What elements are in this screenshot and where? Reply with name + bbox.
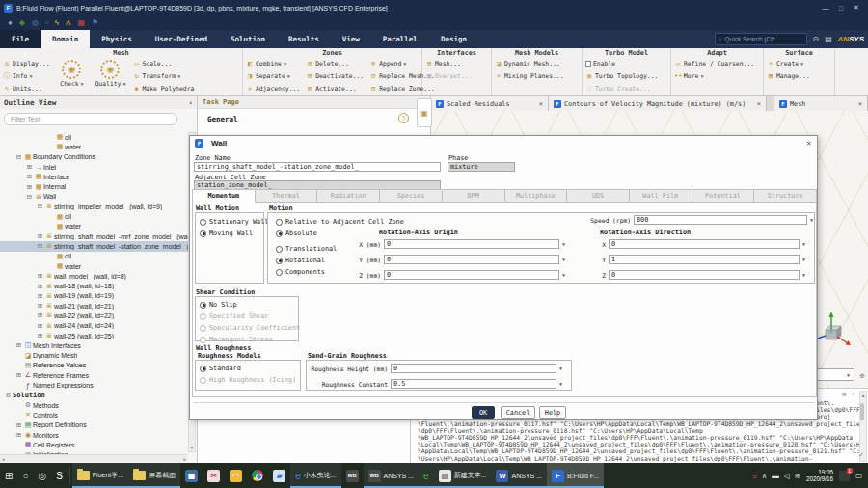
expand-icon[interactable]: ⊞ <box>36 232 44 240</box>
tree-item-report-definitions[interactable]: ⊞▤Report Definitions <box>0 420 189 430</box>
dialog-tab-potential[interactable]: Potential <box>692 189 755 203</box>
menu-tab-solution[interactable]: Solution <box>219 30 277 48</box>
close-tab-icon[interactable]: ✕ <box>751 100 761 108</box>
ribbon-item-transform[interactable]: ↻Transform▼ <box>132 70 194 82</box>
tree-item-water[interactable]: ▦water <box>0 261 189 271</box>
origin-input-y-mm[interactable]: 0 <box>384 255 559 264</box>
sand-grain-input-roughness-constant[interactable]: 0.5 <box>391 379 556 389</box>
taskbar-app-pink[interactable]: ✂ <box>203 463 225 488</box>
graphics-tab-scaled-residuals[interactable]: FScaled Residuals✕ <box>431 96 549 111</box>
menu-tab-physics[interactable]: Physics <box>90 30 144 48</box>
collapse-icon[interactable]: ⊟ <box>14 153 23 161</box>
spinner-icon[interactable]: ▼ <box>562 241 565 247</box>
view-extra-icon[interactable]: ⊕ <box>859 372 865 380</box>
ribbon-item-check[interactable]: ◉Check▼ <box>55 58 88 89</box>
tree-item-boundary-conditions[interactable]: ⊟▦Boundary Conditions <box>0 152 189 162</box>
grid-icon[interactable]: ▦ <box>77 19 85 27</box>
console-scrollbar[interactable]: ▲ ✓ <box>859 391 867 462</box>
tree-item-wall[interactable]: ⊟≣Wall <box>0 192 189 202</box>
ribbon-item-enable[interactable]: Enable <box>585 58 658 69</box>
filter-text-input[interactable]: Filter Text <box>4 113 177 125</box>
taskbar-app-orange[interactable]: ◠ <box>225 463 247 488</box>
taskbar-clock[interactable]: 19:052020/9/16 <box>806 469 833 482</box>
tree-item-dynamic-mesh[interactable]: ◪Dynamic Mesh <box>0 351 189 361</box>
tree-item-interface[interactable]: ⊞▦Interface <box>0 172 189 181</box>
tray-battery-icon[interactable]: ▬ <box>772 472 779 480</box>
menu-tab-file[interactable]: File <box>0 30 41 48</box>
collapse-icon[interactable]: ⊟ <box>36 203 44 210</box>
tree-item-named-expressions[interactable]: ƒNamed Expressions <box>0 380 189 390</box>
expand-icon[interactable]: ⊞ <box>36 312 44 319</box>
expand-icon[interactable]: ⊞ <box>25 173 34 180</box>
taskbar-wb[interactable]: WB <box>341 463 364 488</box>
expand-icon[interactable]: ⊞ <box>25 163 34 171</box>
outline-horizontal-scrollbar[interactable]: ◂▸ <box>0 454 188 462</box>
taskbar-search-button[interactable]: ○ <box>17 463 33 488</box>
collapse-icon[interactable]: ⊟ <box>36 242 44 250</box>
ribbon-item-mesh[interactable]: ⊞Mesh... <box>425 58 472 69</box>
tree-item-wall-25-wall-id-25[interactable]: ⊞≣wall-25 (wall, id=25) <box>0 331 189 340</box>
tree-item-water[interactable]: ▦water <box>0 142 189 151</box>
taskbar-notepad[interactable]: ▤新建文本... <box>434 463 492 488</box>
expand-icon[interactable]: ⊞ <box>14 341 23 349</box>
cancel-button[interactable]: Cancel <box>501 406 535 419</box>
dialog-tab-species[interactable]: Species <box>380 189 443 203</box>
expand-icon[interactable]: ⊞ <box>36 283 44 290</box>
origin-input-x-mm[interactable]: 0 <box>384 239 559 249</box>
shear-radio-no-slip[interactable]: No Slip <box>200 299 300 311</box>
ribbon-item-combine[interactable]: ◧Combine▼ <box>246 58 300 69</box>
maximize-button[interactable]: □ <box>833 5 849 12</box>
origin-input-z-mm[interactable]: 0 <box>384 270 559 280</box>
tree-item-stirring-shaft-model-station-zone-model-w[interactable]: ⊟≣stirring_shaft_model_-station_zone_mod… <box>0 241 189 251</box>
spinner-icon[interactable]: ▼ <box>802 272 805 278</box>
tree-item-cell-registers[interactable]: ▦Cell Registers <box>0 440 189 449</box>
menu-tab-view[interactable]: View <box>331 30 371 48</box>
sand-grain-input-roughness-height-mm[interactable]: 0 <box>391 364 556 373</box>
tree-item-water[interactable]: ▦water <box>0 222 189 231</box>
expand-icon[interactable]: ⊞ <box>14 421 23 429</box>
tree-item-reference-frames[interactable]: ⊞∠Reference Frames <box>0 370 189 380</box>
taskbar-calculator[interactable]: ▦ <box>180 463 203 488</box>
pane-expander-button[interactable]: ▣ <box>417 98 432 127</box>
dialog-tab-uds[interactable]: UDS <box>567 189 630 203</box>
ribbon-item-more[interactable]: •••More▼ <box>674 70 754 82</box>
dialog-tab-thermal[interactable]: Thermal <box>256 189 318 203</box>
sphere-icon[interactable]: ● <box>8 19 13 27</box>
expand-icon[interactable]: ⊞ <box>36 272 44 280</box>
menu-tab-domain[interactable]: Domain <box>41 30 90 48</box>
tree-item-oil[interactable]: ▦oil <box>0 211 189 221</box>
taskbar-fluent-task[interactable]: FB:Fluid F... <box>547 463 604 488</box>
quick-search-input[interactable]: ○Quick Search (Ct* <box>715 33 807 45</box>
expand-icon[interactable]: ⊞ <box>25 183 34 191</box>
tree-item-solution[interactable]: ⊟Solution <box>0 391 189 400</box>
ribbon-item-activate[interactable]: ⊞Activate... <box>306 83 364 95</box>
ribbon-item-info[interactable]: ⓘInfo▼ <box>3 70 49 82</box>
lightning-icon[interactable]: ϟ <box>55 19 59 27</box>
taskbar-app-s[interactable]: S <box>51 463 68 488</box>
spinner-icon[interactable]: ▼ <box>559 366 562 371</box>
spinner-icon[interactable]: ▼ <box>559 381 562 387</box>
ribbon-item-adjacency[interactable]: ✛Adjacency... <box>246 83 300 95</box>
tree-item-oil[interactable]: ▦oil <box>0 252 189 261</box>
globe-icon[interactable]: ◍ <box>32 19 39 27</box>
taskbar-folder-fluent[interactable]: Fluent学... <box>72 463 128 488</box>
expand-icon[interactable]: ⊞ <box>14 371 23 379</box>
ribbon-item-scale[interactable]: ▭Scale... <box>132 58 194 69</box>
expand-icon[interactable]: ⊞ <box>14 431 23 439</box>
speed-input-speed-rpm[interactable]: 800 <box>634 215 807 225</box>
tree-item-oil[interactable]: ▦oil <box>0 132 189 142</box>
ribbon-item-refine-coarsen[interactable]: ▭Refine / Coarsen... <box>674 58 754 69</box>
expand-icon[interactable]: ⊞ <box>36 302 44 310</box>
taskbar-app-blue[interactable]: ▰ <box>268 463 290 488</box>
dialog-tab-wall-film[interactable]: Wall Film <box>630 189 692 203</box>
ribbon-item-manage[interactable]: ▤Manage... <box>767 70 810 82</box>
graphics-tab-contours-of-velocity-magnitude-mixture-m-s[interactable]: FContours of Velocity Magnitude (mixture… <box>549 96 767 111</box>
expand-icon[interactable]: ⊞ <box>36 322 44 330</box>
ribbon-item-make-polyhedra[interactable]: ◆Make Polyhedra <box>132 83 194 95</box>
direction-input-x[interactable]: 0 <box>609 239 800 249</box>
action-center-icon[interactable]: ▭ <box>855 472 862 480</box>
taskbar-edge[interactable]: e小木虫论... <box>290 463 340 488</box>
tree-item-stirring-shaft-model-mrf-zone-model-wall[interactable]: ⊞≣stirring_shaft_model_-mrf_zone_model_ … <box>0 231 189 241</box>
tree-item-wall-24-wall-id-24[interactable]: ⊞≣wall-24 (wall, id=24) <box>0 321 189 331</box>
ribbon-item-delete[interactable]: ⊞Delete... <box>306 58 364 69</box>
